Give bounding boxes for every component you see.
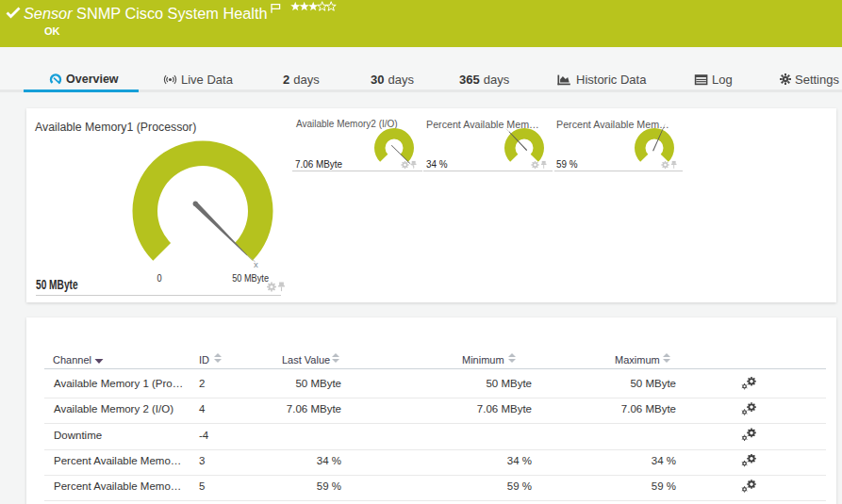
svg-text:x: x: [254, 259, 258, 269]
